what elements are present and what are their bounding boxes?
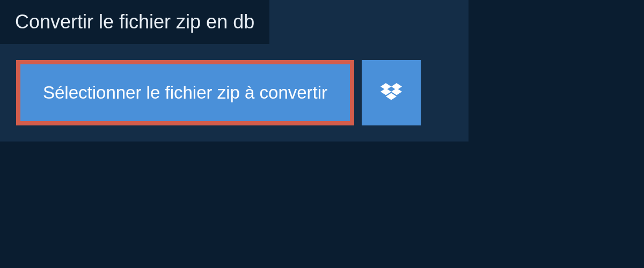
select-file-button[interactable]: Sélectionner le fichier zip à convertir [16,60,354,125]
dropbox-icon [380,83,402,102]
dropbox-button[interactable] [362,60,421,125]
button-row: Sélectionner le fichier zip à convertir [0,44,469,142]
converter-panel: Convertir le fichier zip en db Sélection… [0,0,469,142]
select-file-button-label: Sélectionner le fichier zip à convertir [43,83,327,103]
page-title: Convertir le fichier zip en db [0,0,269,44]
